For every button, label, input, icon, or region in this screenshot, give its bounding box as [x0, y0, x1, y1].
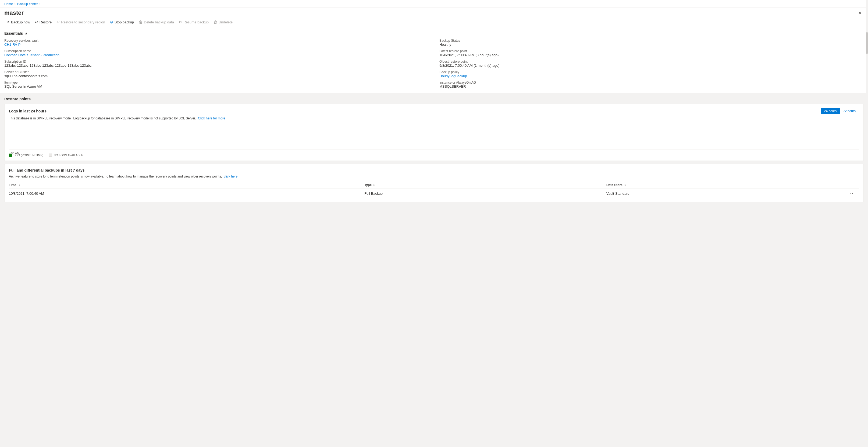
- time-toggle: 24 hours 72 hours: [821, 108, 859, 114]
- chart-area: 30 AM: [9, 123, 859, 150]
- table-row: 10/8/2021, 7:00:40 AM Full Backup Vault-…: [9, 189, 859, 198]
- logs-message-text: This database is in SIMPLE recovery mode…: [9, 116, 196, 120]
- page-scrollbar[interactable]: [866, 0, 868, 206]
- row-type: Full Backup: [364, 191, 591, 196]
- subscription-name-label: Subscription name: [4, 49, 429, 53]
- breadcrumb-home[interactable]: Home: [4, 2, 13, 6]
- full-backups-card: Full and differential backups in last 7 …: [4, 164, 864, 202]
- logs-message-link[interactable]: Click here for more: [198, 116, 225, 120]
- legend-no-logs-item: NO LOGS AVAILABLE: [49, 154, 83, 157]
- chart-legend: LOG (POINT IN TIME) NO LOGS AVAILABLE: [9, 151, 859, 157]
- restore-points-section: Restore points Logs in last 24 hours 24 …: [0, 93, 868, 206]
- restore-icon: ↩: [35, 20, 38, 24]
- more-button[interactable]: ···: [26, 10, 35, 16]
- undelete-label: Undelete: [219, 20, 232, 24]
- logs-message: This database is in SIMPLE recovery mode…: [9, 116, 859, 120]
- col-time-sort-icon: ↑↓: [18, 184, 20, 187]
- toggle-24h-button[interactable]: 24 hours: [821, 108, 840, 114]
- backup-now-icon: ↺: [6, 20, 10, 24]
- oldest-restore-value: 9/8/2021, 7:00:40 AM (1 month(s) ago): [439, 63, 864, 67]
- instance-value: MSSQLSERVER: [439, 85, 864, 88]
- essentials-server-cluster: Server or Cluster sql00.na.contosohotels…: [4, 70, 429, 78]
- backup-now-button[interactable]: ↺ Backup now: [4, 19, 32, 26]
- restore-points-title: Restore points: [4, 97, 864, 101]
- essentials-latest-restore: Latest restore point 10/8/2021, 7:00:40 …: [439, 49, 864, 57]
- breadcrumb: Home › Backup center ›: [0, 0, 868, 8]
- restore-secondary-label: Restore to secondary region: [61, 20, 105, 24]
- table-header: Time ↑↓ Type ↑↓ Data Store ↑↓: [9, 182, 859, 189]
- recovery-vault-value[interactable]: CH1-RV-Pri: [4, 42, 23, 47]
- subscription-name-value[interactable]: Contoso Hotels Tenant - Production: [4, 53, 59, 57]
- restore-secondary-button[interactable]: ↩ Restore to secondary region: [54, 19, 107, 26]
- close-button[interactable]: ✕: [856, 10, 864, 16]
- essentials-section: Essentials ∧ Recovery services vault CH1…: [0, 28, 868, 93]
- latest-restore-label: Latest restore point: [439, 49, 864, 53]
- essentials-right-col: Backup Status Healthy Latest restore poi…: [439, 39, 864, 88]
- legend-no-logs-color: [49, 154, 52, 157]
- row-time: 10/8/2021, 7:00:40 AM: [9, 191, 349, 196]
- stop-backup-button[interactable]: ⊘ Stop backup: [108, 19, 136, 26]
- stop-backup-label: Stop backup: [115, 20, 134, 24]
- logs-card: Logs in last 24 hours 24 hours 72 hours …: [4, 104, 864, 161]
- archive-notice-link[interactable]: click here.: [224, 175, 239, 178]
- backup-now-label: Backup now: [11, 20, 30, 24]
- backup-status-label: Backup Status: [439, 39, 864, 42]
- server-cluster-label: Server or Cluster: [4, 70, 429, 74]
- essentials-subscription-id: Subscription ID 123abc-123abc-123abc-123…: [4, 60, 429, 67]
- undelete-icon: 🗑: [214, 20, 217, 24]
- resume-backup-button[interactable]: ↺ Resume backup: [177, 19, 211, 26]
- essentials-recovery-vault: Recovery services vault CH1-RV-Pri: [4, 39, 429, 47]
- restore-label: Restore: [39, 20, 52, 24]
- col-type-header[interactable]: Type ↑↓: [364, 183, 591, 187]
- page-title: master: [4, 9, 24, 17]
- stop-backup-icon: ⊘: [110, 20, 113, 24]
- col-datastore-sort-icon: ↑↓: [624, 184, 626, 187]
- delete-backup-icon: 🗑: [139, 20, 143, 24]
- logs-card-header: Logs in last 24 hours 24 hours 72 hours: [9, 108, 859, 114]
- server-cluster-value: sql00.na.contosohotels.com: [4, 74, 429, 78]
- essentials-backup-policy: Backup policy HourlyLogBackup: [439, 70, 864, 78]
- essentials-oldest-restore: Oldest restore point 9/8/2021, 7:00:40 A…: [439, 60, 864, 67]
- essentials-item-type: Item type SQL Server in Azure VM: [4, 81, 429, 88]
- legend-no-logs-label: NO LOGS AVAILABLE: [54, 154, 83, 157]
- essentials-left-col: Recovery services vault CH1-RV-Pri Subsc…: [4, 39, 429, 88]
- delete-backup-button[interactable]: 🗑 Delete backup data: [136, 19, 176, 26]
- breadcrumb-sep2: ›: [39, 2, 41, 6]
- subscription-id-label: Subscription ID: [4, 60, 429, 63]
- recovery-vault-label: Recovery services vault: [4, 39, 429, 42]
- essentials-collapse-icon: ∧: [25, 32, 27, 35]
- logs-card-title: Logs in last 24 hours: [9, 109, 46, 113]
- undelete-button[interactable]: 🗑 Undelete: [211, 19, 235, 26]
- toggle-72h-button[interactable]: 72 hours: [840, 108, 859, 114]
- toolbar: ↺ Backup now ↩ Restore ↩ Restore to seco…: [0, 18, 868, 28]
- restore-secondary-icon: ↩: [57, 20, 60, 24]
- col-time-label: Time: [9, 183, 17, 187]
- essentials-instance: Instance or AlwaysOn AG MSSQLSERVER: [439, 81, 864, 88]
- col-type-sort-icon: ↑↓: [373, 184, 375, 187]
- resume-backup-icon: ↺: [179, 20, 182, 24]
- main-content: Essentials ∧ Recovery services vault CH1…: [0, 28, 868, 206]
- col-type-label: Type: [364, 183, 372, 187]
- archive-notice: Archive feature to store long term reten…: [9, 175, 859, 178]
- chart-time-label: 30 AM: [11, 152, 19, 155]
- backup-policy-label: Backup policy: [439, 70, 864, 74]
- essentials-subscription-name: Subscription name Contoso Hotels Tenant …: [4, 49, 429, 57]
- essentials-header[interactable]: Essentials ∧: [4, 31, 864, 35]
- item-type-value: SQL Server in Azure VM: [4, 85, 429, 88]
- restore-button[interactable]: ↩ Restore: [33, 19, 54, 26]
- scrollbar-thumb[interactable]: [866, 32, 868, 54]
- essentials-grid: Recovery services vault CH1-RV-Pri Subsc…: [4, 39, 864, 88]
- row-actions[interactable]: ···: [848, 191, 859, 196]
- backup-status-value: Healthy: [439, 42, 864, 47]
- oldest-restore-label: Oldest restore point: [439, 60, 864, 63]
- resume-backup-label: Resume backup: [183, 20, 209, 24]
- page-header: master ··· ✕: [0, 8, 868, 18]
- col-time-header[interactable]: Time ↑↓: [9, 183, 349, 187]
- col-datastore-label: Data Store: [607, 183, 622, 187]
- row-datastore: Vault-Standard: [607, 191, 833, 196]
- archive-notice-text: Archive feature to store long term reten…: [9, 175, 222, 178]
- latest-restore-value: 10/8/2021, 7:00:40 AM (3 hour(s) ago): [439, 53, 864, 57]
- col-datastore-header[interactable]: Data Store ↑↓: [607, 183, 833, 187]
- backup-policy-value[interactable]: HourlyLogBackup: [439, 74, 467, 78]
- breadcrumb-backup-center[interactable]: Backup center: [17, 2, 38, 6]
